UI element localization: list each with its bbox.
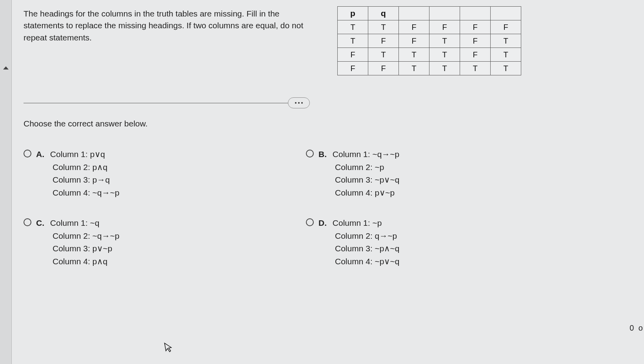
table-header-blank-3 [460, 7, 491, 20]
option-b-line-1: Column 1: ~q→~p [333, 150, 399, 159]
dot-icon [301, 102, 303, 104]
option-b-line-3: Column 3: ~p∨~q [335, 174, 399, 187]
option-d-body: D. Column 1: ~p Column 2: q→~p Column 3:… [318, 217, 399, 268]
cell: F [368, 62, 399, 75]
cell: F [338, 62, 368, 75]
option-a[interactable]: A. Column 1: p∨q Column 2: p∧q Column 3:… [24, 148, 290, 199]
option-a-line-1: Column 1: p∨q [50, 150, 105, 159]
cell: T [429, 48, 460, 62]
cell: T [338, 34, 368, 48]
option-b-body: B. Column 1: ~q→~p Column 2: ~p Column 3… [318, 148, 399, 199]
truth-table: p q T T F F F F T F F T F T [337, 6, 521, 75]
table-header-q: q [368, 7, 399, 20]
cell: F [460, 34, 491, 48]
cell: T [399, 62, 429, 75]
footer-text: 0 o [629, 324, 644, 333]
option-a-body: A. Column 1: p∨q Column 2: p∧q Column 3:… [36, 148, 119, 199]
dot-icon [298, 102, 300, 104]
table-row: F T T T F T [338, 48, 521, 62]
cell: F [338, 48, 368, 62]
option-c-line-2: Column 2: ~q→~p [53, 230, 119, 243]
cell: F [368, 34, 399, 48]
dot-icon [295, 102, 297, 104]
radio-a[interactable] [24, 150, 31, 157]
option-b-line-2: Column 2: ~p [335, 161, 384, 174]
table-header-p: p [338, 7, 368, 20]
scroll-up-icon[interactable] [2, 65, 9, 72]
cell: T [368, 48, 399, 62]
cell: T [460, 62, 491, 75]
cell: T [338, 20, 368, 34]
table-header-blank-4 [491, 7, 521, 20]
cell: F [399, 34, 429, 48]
option-c-line-3: Column 3: p∨~p [53, 242, 112, 255]
option-d-line-4: Column 4: ~p∨~q [335, 255, 399, 268]
option-d-line-1: Column 1: ~p [333, 218, 382, 227]
option-a-line-3: Column 3: p→q [53, 174, 110, 187]
option-c[interactable]: C. Column 1: ~q Column 2: ~q→~p Column 3… [24, 217, 290, 268]
option-c-label: C. [36, 217, 48, 230]
left-scrollbar-strip [0, 0, 12, 364]
cell: F [429, 20, 460, 34]
divider-line [24, 103, 306, 103]
cell: T [491, 48, 521, 62]
option-d-label: D. [318, 217, 330, 230]
table-row: F F T T T T [338, 62, 521, 75]
option-d-line-3: Column 3: ~p∧~q [335, 242, 399, 255]
question-text: The headings for the columns in the trut… [24, 8, 314, 44]
table-row: T T F F F F [338, 20, 521, 34]
top-row: The headings for the columns in the trut… [24, 8, 636, 75]
divider [24, 103, 306, 103]
option-a-label: A. [36, 148, 48, 161]
option-a-line-2: Column 2: p∧q [53, 161, 107, 174]
cell: T [491, 62, 521, 75]
cell: F [460, 48, 491, 62]
option-b[interactable]: B. Column 1: ~q→~p Column 2: ~p Column 3… [306, 148, 573, 199]
option-b-line-4: Column 4: p∨~p [335, 187, 395, 199]
ellipsis-button[interactable] [288, 97, 310, 108]
cell: T [368, 20, 399, 34]
cell: F [399, 20, 429, 34]
radio-c[interactable] [24, 218, 31, 226]
table-header-blank-1 [399, 7, 429, 20]
table-row: T F F T F T [338, 34, 521, 48]
cell: F [491, 20, 521, 34]
radio-d[interactable] [306, 218, 314, 226]
option-c-line-1: Column 1: ~q [50, 218, 100, 227]
radio-b[interactable] [306, 150, 314, 157]
instruction-text: Choose the correct answer below. [24, 119, 636, 128]
cursor-icon [164, 341, 175, 355]
cell: F [460, 20, 491, 34]
option-d-line-2: Column 2: q→~p [335, 230, 397, 243]
cell: T [429, 62, 460, 75]
option-d[interactable]: D. Column 1: ~p Column 2: q→~p Column 3:… [306, 217, 573, 268]
table-header-row: p q [338, 7, 521, 20]
cell: T [491, 34, 521, 48]
cell: T [429, 34, 460, 48]
option-b-label: B. [318, 148, 330, 161]
option-a-line-4: Column 4: ~q→~p [53, 187, 119, 199]
option-c-body: C. Column 1: ~q Column 2: ~q→~p Column 3… [36, 217, 119, 268]
cell: T [399, 48, 429, 62]
option-c-line-4: Column 4: p∧q [53, 255, 107, 268]
content-area: The headings for the columns in the trut… [24, 8, 636, 268]
options-grid: A. Column 1: p∨q Column 2: p∧q Column 3:… [24, 148, 636, 268]
table-header-blank-2 [429, 7, 460, 20]
